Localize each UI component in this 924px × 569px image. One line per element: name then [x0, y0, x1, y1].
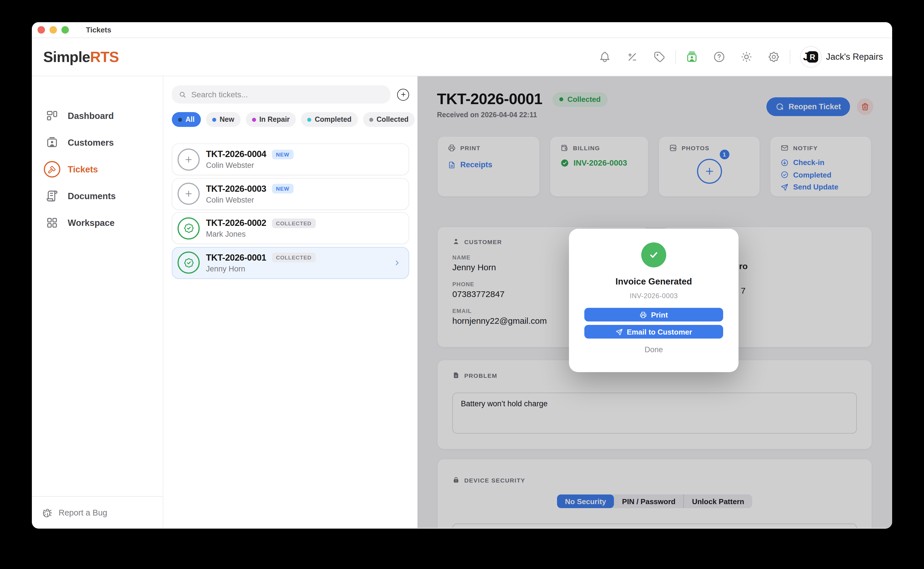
sidebar-item-label: Documents [68, 191, 116, 201]
chevron-right-icon [393, 259, 401, 266]
send-icon [615, 328, 623, 335]
sidebar-item-tickets[interactable]: Tickets [32, 156, 163, 183]
bug-icon [42, 507, 53, 518]
logo-primary: Simple [43, 48, 90, 65]
modal-done-button[interactable]: Done [644, 345, 663, 354]
plus-circle-icon [178, 183, 200, 205]
window-title: Tickets [86, 26, 111, 34]
sidebar-item-label: Tickets [68, 164, 98, 174]
status-badge: NEW [272, 184, 293, 193]
window-titlebar: Tickets [32, 22, 892, 38]
success-check-icon [641, 242, 666, 268]
documents-icon [43, 187, 60, 205]
ticket-list-panel: All New In Repair Completed Collected TK… [163, 76, 418, 528]
status-badge: COLLECTED [272, 218, 316, 228]
account-avatar[interactable]: J R [800, 46, 821, 68]
filter-dot [369, 117, 373, 122]
modal-print-button[interactable]: Print [584, 308, 723, 321]
plus-minus-icon[interactable] [626, 51, 638, 63]
search-icon [179, 90, 187, 99]
sidebar-item-customers[interactable]: Customers [32, 129, 163, 156]
add-ticket-button[interactable] [397, 88, 409, 100]
seal-check-icon [178, 217, 200, 239]
search-input[interactable] [191, 90, 383, 99]
sidebar-item-documents[interactable]: Documents [32, 183, 163, 209]
ticket-detail-panel: TKT-2026-0001 Collected Received on 2026… [418, 76, 892, 528]
dashboard-icon [43, 107, 60, 124]
seal-check-icon [178, 251, 200, 274]
filter-dot [252, 117, 256, 122]
ticket-row[interactable]: TKT-2026-0004 NEW Colin Webster [172, 143, 409, 175]
ticket-customer: Jenny Horn [206, 264, 316, 273]
avatar-letter-r: R [807, 51, 818, 62]
status-badge: NEW [272, 149, 293, 159]
sidebar-item-dashboard[interactable]: Dashboard [32, 102, 163, 129]
modal-invoice-number: INV-2026-0003 [569, 292, 739, 300]
main-layout: Dashboard Customers Tickets [32, 76, 892, 528]
workspace-icon [43, 214, 60, 231]
filter-label: New [220, 116, 234, 123]
app-logo: SimpleRTS [43, 48, 119, 66]
header-icon-bar: J R Jack's Repairs [598, 46, 883, 68]
zoom-window-icon[interactable] [61, 26, 68, 33]
plus-icon [400, 91, 407, 98]
modal-email-button[interactable]: Email to Customer [584, 325, 723, 339]
ticket-customer: Colin Webster [206, 161, 293, 170]
ticket-id: TKT-2026-0001 [206, 253, 266, 263]
modal-title: Invoice Generated [569, 277, 739, 287]
filter-dot [178, 117, 182, 122]
report-bug-button[interactable]: Report a Bug [32, 496, 163, 528]
tickets-hammer-icon [43, 161, 60, 178]
gear-icon[interactable] [767, 51, 780, 63]
logo-accent: RTS [90, 48, 119, 65]
ticket-row[interactable]: TKT-2026-0002 COLLECTED Mark Jones [172, 212, 409, 244]
ticket-id: TKT-2026-0004 [206, 149, 266, 159]
ticket-id: TKT-2026-0003 [206, 184, 266, 194]
status-badge: COLLECTED [272, 253, 316, 262]
report-bug-label: Report a Bug [59, 508, 107, 517]
ticket-customer: Colin Webster [206, 195, 293, 204]
ticket-customer: Mark Jones [206, 230, 316, 239]
header-divider [675, 50, 676, 64]
filter-dot [212, 117, 216, 122]
app-header: SimpleRTS [32, 38, 892, 76]
help-icon[interactable] [713, 51, 725, 63]
minimize-window-icon[interactable] [50, 26, 56, 33]
filter-dot [307, 117, 311, 122]
invoice-generated-modal: Invoice Generated INV-2026-0003 Print Em… [569, 229, 739, 372]
filter-new[interactable]: New [206, 112, 240, 127]
search-row [172, 85, 409, 103]
filter-collected[interactable]: Collected [363, 112, 415, 127]
modal-print-label: Print [651, 310, 668, 319]
filter-all[interactable]: All [172, 112, 201, 127]
filter-in-repair[interactable]: In Repair [246, 112, 296, 127]
contact-card-icon[interactable] [685, 51, 698, 63]
printer-icon [640, 311, 647, 318]
ticket-list: TKT-2026-0004 NEW Colin Webster TKT [172, 143, 409, 278]
account-name[interactable]: Jack's Repairs [826, 52, 883, 62]
sidebar: Dashboard Customers Tickets [32, 76, 163, 528]
sidebar-item-label: Dashboard [68, 111, 114, 121]
ticket-row-selected[interactable]: TKT-2026-0001 COLLECTED Jenny Horn [172, 246, 409, 278]
theme-sun-icon[interactable] [740, 51, 752, 63]
desktop-background: Tickets SimpleRTS [0, 0, 924, 569]
filter-label: Completed [315, 116, 351, 123]
ticket-id: TKT-2026-0002 [206, 218, 266, 228]
close-window-icon[interactable] [38, 26, 45, 33]
plus-circle-icon [178, 148, 200, 170]
bell-icon[interactable] [598, 51, 611, 63]
filter-completed[interactable]: Completed [301, 112, 357, 127]
tag-icon[interactable] [653, 51, 666, 63]
filter-label: In Repair [259, 116, 290, 123]
header-divider [789, 50, 790, 64]
search-box[interactable] [172, 85, 390, 103]
sidebar-item-label: Customers [68, 137, 114, 148]
filter-pills: All New In Repair Completed Collected [172, 112, 409, 127]
app-window: Tickets SimpleRTS [32, 22, 892, 529]
filter-label: All [185, 116, 195, 123]
ticket-row[interactable]: TKT-2026-0003 NEW Colin Webster [172, 178, 409, 210]
sidebar-item-workspace[interactable]: Workspace [32, 209, 163, 236]
modal-email-label: Email to Customer [627, 327, 692, 336]
filter-label: Collected [377, 116, 409, 123]
sidebar-item-label: Workspace [68, 218, 115, 228]
